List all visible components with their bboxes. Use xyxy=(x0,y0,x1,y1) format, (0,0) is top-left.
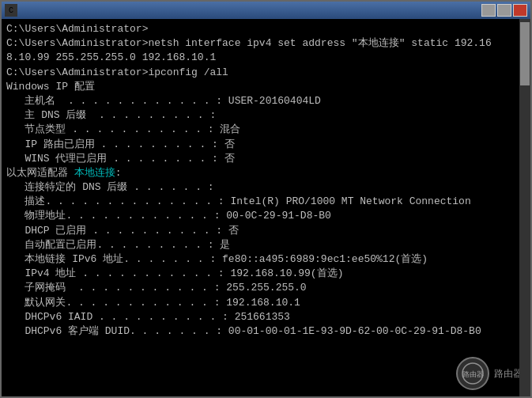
console-line: 自动配置已启用. . . . . . . . . : 是 xyxy=(6,238,526,252)
console-line: 8.10.99 255.255.255.0 192.168.10.1 xyxy=(6,51,526,65)
watermark: 路由器 路由器 xyxy=(456,357,523,390)
minimize-button[interactable] xyxy=(481,4,496,17)
console-line: 描述. . . . . . . . . . . . . . : Intel(R)… xyxy=(6,195,526,209)
maximize-button[interactable] xyxy=(497,4,511,17)
console-line: 连接特定的 DNS 后缀 . . . . . . : xyxy=(6,180,526,195)
console-line: 本地链接 IPv6 地址. . . . . . . : fe80::a495:6… xyxy=(6,252,526,267)
console-line: WINS 代理已启用 . . . . . . . . : 否 xyxy=(6,152,526,166)
console-line: C:\Users\Administrator>netsh interface i… xyxy=(6,36,526,51)
console-line: 主 DNS 后缀 . . . . . . . . . : xyxy=(6,108,526,123)
console-line: IPv4 地址 . . . . . . . . . . . : 192.168.… xyxy=(6,267,526,281)
cmd-icon: C xyxy=(5,4,17,17)
title-bar-controls xyxy=(481,4,527,17)
watermark-text: 路由器 xyxy=(494,367,523,381)
console-line: 子网掩码 . . . . . . . . . . . : 255.255.255… xyxy=(6,281,526,295)
console-line: 以太网适配器 本地连接: xyxy=(6,166,526,180)
scrollbar[interactable] xyxy=(519,19,530,396)
console-line: 主机名 . . . . . . . . . . . . : USER-20160… xyxy=(6,94,526,108)
console-line: C:\Users\Administrator> xyxy=(6,22,526,36)
close-button[interactable] xyxy=(513,4,527,17)
console-line: DHCPv6 IAID . . . . . . . . . . : 251661… xyxy=(6,310,526,324)
console-line: IP 路由已启用 . . . . . . . . . : 否 xyxy=(6,138,526,152)
console-line: DHCP 已启用 . . . . . . . . . . : 否 xyxy=(6,224,526,238)
scrollbar-thumb[interactable] xyxy=(520,22,530,85)
console-area[interactable]: C:\Users\Administrator>C:\Users\Administ… xyxy=(2,19,530,396)
console-output: C:\Users\Administrator>C:\Users\Administ… xyxy=(6,22,526,339)
console-line: 默认网关. . . . . . . . . . . . : 192.168.10… xyxy=(6,296,526,310)
cmd-window: C C:\Users\Administrator>C:\Users\Admini… xyxy=(0,0,532,398)
svg-text:路由器: 路由器 xyxy=(462,370,484,378)
console-line: 节点类型 . . . . . . . . . . . : 混合 xyxy=(6,123,526,137)
title-bar-left: C xyxy=(5,4,21,17)
console-line: Windows IP 配置 xyxy=(6,80,526,94)
console-line: DHCPv6 客户端 DUID. . . . . . . : 00-01-00-… xyxy=(6,324,526,339)
console-line: C:\Users\Administrator>ipconfig /all xyxy=(6,66,526,80)
console-line: 物理地址. . . . . . . . . . . . : 00-0C-29-9… xyxy=(6,209,526,223)
title-bar: C xyxy=(2,2,530,19)
watermark-circle: 路由器 xyxy=(456,357,489,390)
